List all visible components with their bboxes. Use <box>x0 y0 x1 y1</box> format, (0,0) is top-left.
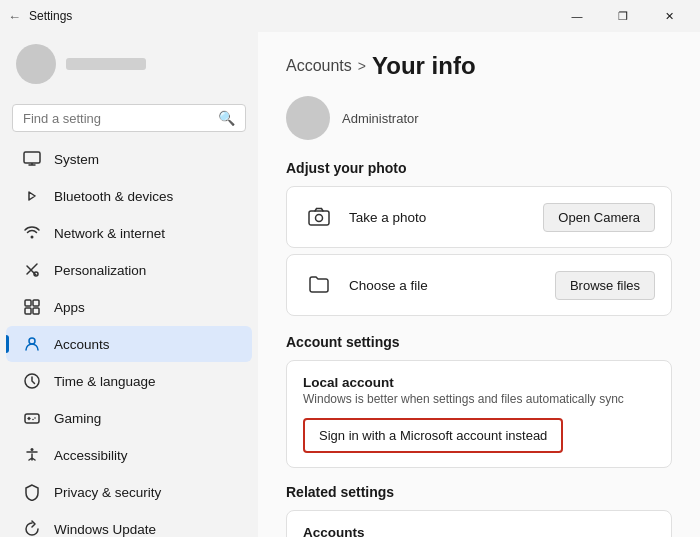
avatar-name-placeholder <box>66 58 146 70</box>
take-photo-label: Take a photo <box>349 210 426 225</box>
sidebar-item-apps[interactable]: Apps <box>6 289 252 325</box>
svg-point-18 <box>316 215 323 222</box>
search-icon: 🔍 <box>218 110 235 126</box>
breadcrumb: Accounts > Your info <box>286 52 672 80</box>
sidebar-item-accessibility[interactable]: Accessibility <box>6 437 252 473</box>
sidebar-profile <box>0 32 258 96</box>
svg-rect-7 <box>25 308 31 314</box>
sidebar-item-apps-label: Apps <box>54 300 85 315</box>
local-account-title: Local account <box>303 375 655 390</box>
sidebar-item-network-label: Network & internet <box>54 226 165 241</box>
gaming-icon <box>22 408 42 428</box>
search-box[interactable]: 🔍 <box>12 104 246 132</box>
choose-file-left: Choose a file <box>303 269 428 301</box>
system-icon <box>22 149 42 169</box>
sidebar-nav: System Bluetooth & devices Network & int… <box>0 140 258 537</box>
external-link-icon: ↗ <box>643 533 655 538</box>
app-body: 🔍 System Bluetooth & devices Network & i… <box>0 32 700 537</box>
sidebar-item-bluetooth[interactable]: Bluetooth & devices <box>6 178 252 214</box>
sidebar-item-windowsupdate[interactable]: Windows Update <box>6 511 252 537</box>
sign-in-microsoft-button[interactable]: Sign in with a Microsoft account instead <box>303 418 563 453</box>
breadcrumb-parent[interactable]: Accounts <box>286 57 352 75</box>
adjust-photo-title: Adjust your photo <box>286 160 672 176</box>
sidebar: 🔍 System Bluetooth & devices Network & i… <box>0 32 258 537</box>
svg-point-3 <box>31 236 34 239</box>
browse-files-button[interactable]: Browse files <box>555 271 655 300</box>
back-arrow-icon[interactable]: ← <box>8 9 21 24</box>
sidebar-item-time-label: Time & language <box>54 374 156 389</box>
related-accounts-title: Accounts <box>303 525 417 537</box>
sidebar-item-gaming-label: Gaming <box>54 411 101 426</box>
svg-point-15 <box>32 419 34 421</box>
sidebar-item-personalization-label: Personalization <box>54 263 146 278</box>
main-content: Accounts > Your info Administrator Adjus… <box>258 32 700 537</box>
network-icon <box>22 223 42 243</box>
title-bar-controls: — ❐ ✕ <box>554 0 692 32</box>
svg-rect-11 <box>25 414 39 423</box>
title-bar: ← Settings — ❐ ✕ <box>0 0 700 32</box>
bluetooth-icon <box>22 186 42 206</box>
close-button[interactable]: ✕ <box>646 0 692 32</box>
choose-file-card: Choose a file Browse files <box>286 254 672 316</box>
avatar <box>16 44 56 84</box>
sidebar-item-privacy[interactable]: Privacy & security <box>6 474 252 510</box>
windowsupdate-icon <box>22 519 42 537</box>
sidebar-item-system[interactable]: System <box>6 141 252 177</box>
maximize-button[interactable]: ❐ <box>600 0 646 32</box>
folder-icon <box>303 269 335 301</box>
personalization-icon <box>22 260 42 280</box>
accounts-icon <box>22 334 42 354</box>
accessibility-icon <box>22 445 42 465</box>
sidebar-item-bluetooth-label: Bluetooth & devices <box>54 189 173 204</box>
svg-rect-17 <box>309 211 329 225</box>
sidebar-item-accounts-label: Accounts <box>54 337 110 352</box>
svg-rect-0 <box>24 152 40 163</box>
breadcrumb-chevron: > <box>358 58 366 74</box>
time-icon <box>22 371 42 391</box>
sidebar-item-system-label: System <box>54 152 99 167</box>
related-accounts-card[interactable]: Accounts Manage my accounts ↗ <box>286 510 672 537</box>
sidebar-item-time[interactable]: Time & language <box>6 363 252 399</box>
open-camera-button[interactable]: Open Camera <box>543 203 655 232</box>
user-avatar <box>286 96 330 140</box>
sidebar-item-gaming[interactable]: Gaming <box>6 400 252 436</box>
related-accounts-info: Accounts Manage my accounts <box>303 525 417 537</box>
minimize-button[interactable]: — <box>554 0 600 32</box>
sidebar-item-privacy-label: Privacy & security <box>54 485 161 500</box>
sidebar-item-network[interactable]: Network & internet <box>6 215 252 251</box>
sidebar-item-personalization[interactable]: Personalization <box>6 252 252 288</box>
svg-point-9 <box>29 338 35 344</box>
sidebar-item-windowsupdate-label: Windows Update <box>54 522 156 537</box>
take-photo-left: Take a photo <box>303 201 426 233</box>
breadcrumb-current: Your info <box>372 52 476 80</box>
svg-rect-6 <box>33 300 39 306</box>
apps-icon <box>22 297 42 317</box>
account-settings-title: Account settings <box>286 334 672 350</box>
local-account-desc: Windows is better when settings and file… <box>303 392 655 406</box>
user-role: Administrator <box>342 111 419 126</box>
svg-point-14 <box>34 417 36 419</box>
title-bar-left: ← Settings <box>8 9 72 24</box>
take-photo-card: Take a photo Open Camera <box>286 186 672 248</box>
privacy-icon <box>22 482 42 502</box>
svg-point-16 <box>31 448 34 451</box>
sidebar-item-accessibility-label: Accessibility <box>54 448 128 463</box>
sidebar-item-accounts[interactable]: Accounts <box>6 326 252 362</box>
related-settings-title: Related settings <box>286 484 672 500</box>
camera-icon <box>303 201 335 233</box>
search-input[interactable] <box>23 111 212 126</box>
svg-rect-5 <box>25 300 31 306</box>
title-bar-title: Settings <box>29 9 72 23</box>
account-settings-card: Local account Windows is better when set… <box>286 360 672 468</box>
user-row: Administrator <box>286 96 672 140</box>
choose-file-label: Choose a file <box>349 278 428 293</box>
svg-rect-8 <box>33 308 39 314</box>
